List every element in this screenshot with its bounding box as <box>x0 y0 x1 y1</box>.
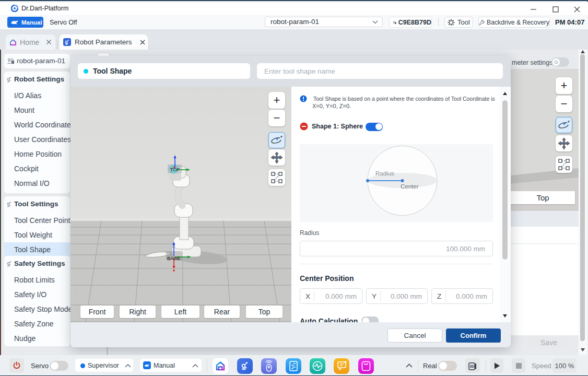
svg-text:Radius: Radius <box>375 170 394 177</box>
svg-text:TCP: TCP <box>170 167 180 172</box>
svg-text:3D: 3D <box>469 365 474 368</box>
svg-text:BASE: BASE <box>167 255 180 261</box>
svg-text:Center: Center <box>401 183 419 190</box>
